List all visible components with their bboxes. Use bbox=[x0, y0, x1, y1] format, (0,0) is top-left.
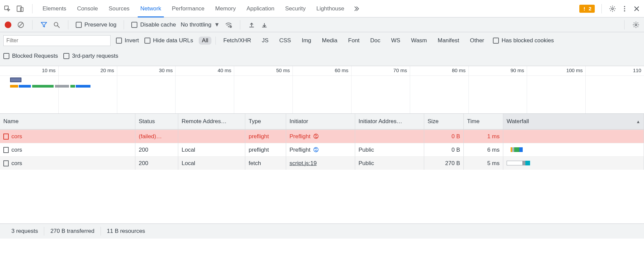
overview-column: 100 ms bbox=[527, 66, 586, 113]
devtools-tabbar: ElementsConsoleSourcesNetworkPerformance… bbox=[0, 0, 644, 17]
svg-point-6 bbox=[624, 6, 625, 7]
cell-initiator-address: Public bbox=[355, 156, 424, 170]
throttling-select[interactable]: No throttling ▼ bbox=[181, 21, 220, 28]
cell-type: preflight bbox=[245, 130, 286, 143]
has-blocked-cookies-checkbox[interactable]: Has blocked cookies bbox=[493, 37, 554, 44]
overview-column: 90 ms bbox=[469, 66, 527, 113]
waterfall-segment bbox=[512, 147, 514, 152]
preserve-log-checkbox[interactable]: Preserve log bbox=[76, 21, 116, 28]
svg-point-14 bbox=[314, 134, 319, 139]
network-conditions-icon[interactable] bbox=[224, 21, 233, 29]
tab-application[interactable]: Application bbox=[241, 0, 280, 17]
search-icon[interactable] bbox=[53, 21, 61, 29]
third-party-checkbox[interactable]: 3rd-party requests bbox=[63, 53, 118, 59]
filter-chip-font[interactable]: Font bbox=[345, 37, 363, 45]
separator bbox=[240, 20, 240, 30]
separator bbox=[68, 20, 68, 30]
col-waterfall[interactable]: Waterfall▲ bbox=[503, 114, 644, 129]
cell-size: 270 B bbox=[424, 156, 464, 170]
disable-cache-label: Disable cache bbox=[140, 21, 176, 28]
cell-initiator[interactable]: script.js:19 bbox=[286, 156, 355, 170]
svg-rect-4 bbox=[584, 9, 584, 10]
separator bbox=[32, 4, 33, 13]
download-har-icon[interactable] bbox=[260, 21, 268, 29]
tab-network[interactable]: Network bbox=[135, 0, 167, 17]
filter-chip-img[interactable]: Img bbox=[298, 37, 314, 45]
resource-type-chips: AllFetch/XHRJSCSSImgMediaFontDocWSWasmMa… bbox=[199, 37, 488, 45]
col-initiator[interactable]: Initiator bbox=[286, 114, 355, 129]
clear-log-icon[interactable] bbox=[17, 21, 25, 29]
cell-remote-address: Local bbox=[178, 143, 245, 156]
waterfall-segment bbox=[525, 161, 530, 165]
invert-checkbox[interactable]: Invert bbox=[116, 37, 139, 44]
kebab-menu-icon[interactable] bbox=[621, 5, 629, 13]
filter-chip-ws[interactable]: WS bbox=[388, 37, 403, 45]
upload-har-icon[interactable] bbox=[248, 21, 256, 29]
blocked-requests-checkbox[interactable]: Blocked Requests bbox=[3, 53, 58, 59]
overview-tick-label: 10 ms bbox=[42, 67, 56, 73]
tab-performance[interactable]: Performance bbox=[167, 0, 210, 17]
tab-elements[interactable]: Elements bbox=[37, 0, 72, 17]
table-row[interactable]: cors200Localfetchscript.js:19Public270 B… bbox=[0, 156, 644, 170]
col-name[interactable]: Name bbox=[0, 114, 135, 129]
issues-warning-badge[interactable]: 2 bbox=[579, 5, 595, 13]
col-remote-address[interactable]: Remote Addres… bbox=[178, 114, 245, 129]
overview-tick-label: 60 ms bbox=[335, 67, 348, 73]
inspect-element-icon[interactable] bbox=[3, 5, 11, 13]
filter-chip-wasm[interactable]: Wasm bbox=[408, 37, 431, 45]
col-time[interactable]: Time bbox=[464, 114, 503, 129]
table-row[interactable]: cors(failed)…preflightPreflight0 B1 ms bbox=[0, 130, 644, 143]
has-blocked-cookies-label: Has blocked cookies bbox=[502, 37, 554, 44]
cell-type: fetch bbox=[245, 156, 286, 170]
filter-chip-doc[interactable]: Doc bbox=[367, 37, 384, 45]
tab-sources[interactable]: Sources bbox=[103, 0, 135, 17]
toggle-device-toolbar-icon[interactable] bbox=[16, 5, 24, 13]
filter-chip-css[interactable]: CSS bbox=[276, 37, 294, 45]
waterfall-segment bbox=[514, 147, 519, 152]
waterfall-segment bbox=[519, 147, 523, 152]
overview-tick-label: 30 ms bbox=[159, 67, 173, 73]
filter-funnel-icon[interactable] bbox=[40, 21, 48, 29]
svg-rect-2 bbox=[20, 7, 23, 11]
network-settings-gear-icon[interactable] bbox=[632, 21, 640, 29]
filter-chip-fetchxhr[interactable]: Fetch/XHR bbox=[220, 37, 254, 45]
col-status[interactable]: Status bbox=[135, 114, 178, 129]
overview-column: 20 ms bbox=[59, 66, 117, 113]
filter-row-2: Blocked Requests 3rd-party requests bbox=[3, 50, 641, 62]
cell-status: (failed)… bbox=[135, 130, 178, 143]
table-row[interactable]: cors200LocalpreflightPreflightPublic0 B6… bbox=[0, 143, 644, 156]
filter-chip-manifest[interactable]: Manifest bbox=[434, 37, 462, 45]
disable-cache-checkbox[interactable]: Disable cache bbox=[131, 21, 176, 28]
cell-initiator: Preflight bbox=[286, 130, 355, 143]
tab-console[interactable]: Console bbox=[72, 0, 103, 17]
cell-name: cors bbox=[0, 143, 135, 156]
col-type[interactable]: Type bbox=[245, 114, 286, 129]
col-size[interactable]: Size bbox=[424, 114, 464, 129]
close-devtools-icon[interactable] bbox=[633, 5, 641, 13]
filter-chip-all[interactable]: All bbox=[199, 37, 212, 45]
tab-memory[interactable]: Memory bbox=[210, 0, 241, 17]
record-button[interactable] bbox=[4, 21, 12, 29]
tab-security[interactable]: Security bbox=[280, 0, 311, 17]
more-tabs-chevron-icon[interactable] bbox=[352, 5, 360, 13]
tab-lighthouse[interactable]: Lighthouse bbox=[311, 0, 349, 17]
col-initiator-address[interactable]: Initiator Addres… bbox=[355, 114, 424, 129]
settings-gear-icon[interactable] bbox=[608, 5, 617, 13]
cell-remote-address bbox=[178, 130, 245, 143]
filter-input[interactable] bbox=[3, 35, 111, 46]
separator bbox=[624, 20, 625, 30]
filter-chip-media[interactable]: Media bbox=[319, 37, 341, 45]
filter-chip-js[interactable]: JS bbox=[259, 37, 272, 45]
overview-selection-handle[interactable] bbox=[10, 78, 21, 82]
cell-initiator-address bbox=[355, 130, 424, 143]
network-overview-timeline[interactable]: 10 ms20 ms30 ms40 ms50 ms60 ms70 ms80 ms… bbox=[0, 66, 644, 114]
cell-remote-address: Local bbox=[178, 156, 245, 170]
overview-tick-label: 20 ms bbox=[101, 67, 114, 73]
network-toolbar: Preserve log Disable cache No throttling… bbox=[0, 17, 644, 32]
svg-point-15 bbox=[314, 147, 319, 152]
hide-data-urls-checkbox[interactable]: Hide data URLs bbox=[144, 37, 193, 44]
tabbar-left-icons bbox=[3, 5, 27, 13]
waterfall-segment bbox=[507, 161, 523, 165]
filter-chip-other[interactable]: Other bbox=[467, 37, 488, 45]
sort-indicator-icon: ▲ bbox=[636, 119, 640, 124]
